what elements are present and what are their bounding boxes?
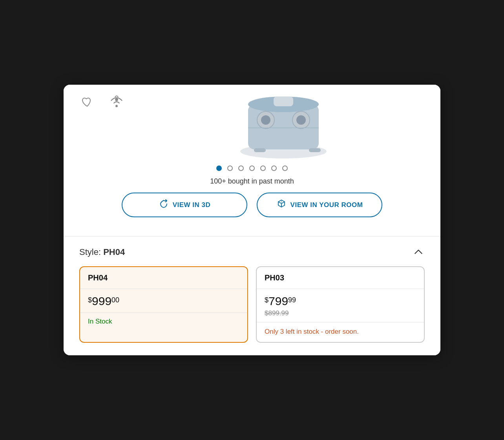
view-in-room-button[interactable]: VIEW IN YOUR ROOM xyxy=(257,193,382,217)
price-strikethrough-ph03: $899.99 xyxy=(265,309,416,317)
svg-point-1 xyxy=(115,98,118,101)
view-3d-button[interactable]: VIEW IN 3D xyxy=(122,193,247,217)
card-ph04-price: $ 999 00 xyxy=(80,289,247,313)
style-selected-value: PH04 xyxy=(103,247,125,257)
price-dollar-ph04: $ xyxy=(88,296,92,304)
low-stock-text: Only 3 left in stock - order soon. xyxy=(265,328,359,335)
image-section: 100+ bought in past month VIEW IN 3D xyxy=(64,85,440,236)
connectivity-icon xyxy=(107,91,126,111)
collapse-button[interactable] xyxy=(412,246,425,258)
style-label-text: Style: xyxy=(79,247,101,257)
bought-count-text: 100+ bought in past month xyxy=(64,176,440,193)
card-ph04-status: In Stock xyxy=(80,313,247,331)
wishlist-button[interactable] xyxy=(79,94,95,110)
carousel-dot-1[interactable] xyxy=(216,165,222,171)
card-ph03-status: Only 3 left in stock - order soon. xyxy=(257,322,424,342)
svg-point-0 xyxy=(115,105,118,107)
price-cents-ph03: 99 xyxy=(288,296,296,304)
3d-icon xyxy=(159,199,169,211)
card-ph03-price: $ 799 99 $899.99 xyxy=(257,289,424,322)
carousel-dots xyxy=(64,159,440,176)
ar-buttons-container: VIEW IN 3D VIEW IN YOUR ROOM xyxy=(64,193,440,228)
svg-rect-12 xyxy=(309,148,321,152)
style-section: Style: PH04 PH04 $ 999 00 xyxy=(64,236,440,355)
svg-rect-11 xyxy=(254,148,266,152)
view-3d-label: VIEW IN 3D xyxy=(173,201,211,209)
style-card-ph04[interactable]: PH04 $ 999 00 In Stock xyxy=(79,266,248,343)
price-main-ph04: $ 999 00 xyxy=(88,295,239,308)
price-dollar-ph03: $ xyxy=(265,296,268,304)
style-header: Style: PH04 xyxy=(79,246,425,258)
carousel-dot-7[interactable] xyxy=(282,165,288,171)
svg-rect-9 xyxy=(274,96,293,106)
style-card-ph03[interactable]: PH03 $ 799 99 $899.99 Only 3 left in sto… xyxy=(256,266,425,343)
view-in-room-label: VIEW IN YOUR ROOM xyxy=(290,201,363,209)
carousel-dot-4[interactable] xyxy=(249,165,255,171)
card-ph04-name: PH04 xyxy=(80,267,247,289)
price-whole-ph04: 999 xyxy=(92,295,111,308)
svg-point-8 xyxy=(296,115,306,125)
carousel-dot-2[interactable] xyxy=(227,165,233,171)
product-page: 100+ bought in past month VIEW IN 3D xyxy=(64,85,440,355)
svg-point-6 xyxy=(261,115,270,125)
price-whole-ph03: 799 xyxy=(268,295,288,308)
style-cards-container: PH04 $ 999 00 In Stock PH03 xyxy=(79,266,425,343)
price-main-ph03: $ 799 99 xyxy=(265,295,416,308)
card-ph03-name: PH03 xyxy=(257,267,424,289)
price-cents-ph04: 00 xyxy=(111,296,119,304)
in-stock-text: In Stock xyxy=(88,318,112,325)
carousel-dot-6[interactable] xyxy=(271,165,277,171)
carousel-dot-3[interactable] xyxy=(238,165,244,171)
ar-icon xyxy=(276,199,287,211)
carousel-dot-5[interactable] xyxy=(260,165,266,171)
style-label: Style: PH04 xyxy=(79,247,125,257)
